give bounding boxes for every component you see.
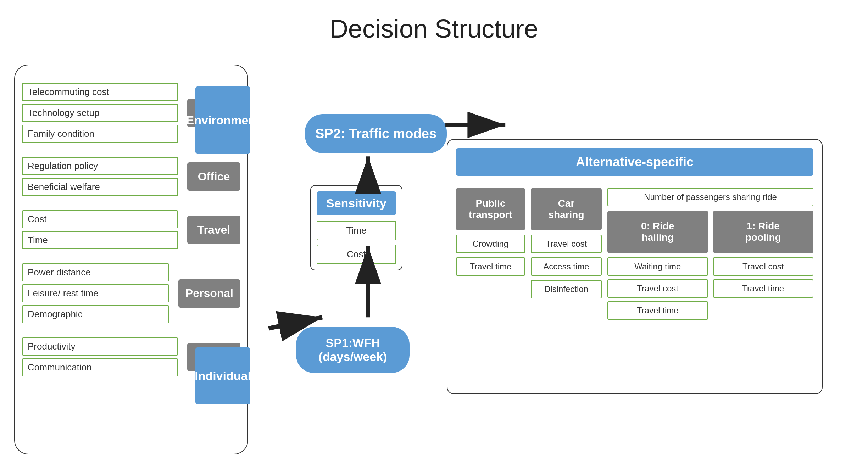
attr-crowding: Crowding [456, 235, 525, 253]
attr-power-distance: Power distance [22, 263, 169, 281]
attr-travel-cost-pool: Travel cost [713, 257, 814, 276]
car-sharing-label: Carsharing [531, 188, 602, 230]
attr-disinfection: Disinfection [531, 280, 602, 298]
attr-travel-cost-car: Travel cost [531, 235, 602, 253]
attr-travel-time-pub: Travel time [456, 257, 525, 276]
attr-time: Time [22, 231, 178, 249]
attr-beneficial-welfare: Beneficial welfare [22, 178, 178, 196]
personal-section: Power distance Leisure/ rest time Demogr… [22, 263, 240, 323]
attr-cost: Cost [22, 210, 178, 228]
attr-travel-time-pool: Travel time [713, 279, 814, 298]
category-personal: Personal [178, 279, 240, 308]
sp1-oval: SP1:WFH (days/week) [287, 327, 418, 373]
attr-regulation-policy: Regulation policy [22, 157, 178, 175]
attr-family-condition: Family condition [22, 125, 178, 143]
ride-hailing-label: 0: Ridehailing [607, 211, 708, 253]
attr-travel-time-ride: Travel time [607, 301, 708, 320]
sp2-oval: SP2: Traffic modes [305, 114, 447, 153]
attr-technology-setup: Technology setup [22, 104, 178, 122]
ride-pooling-label: 1: Ridepooling [713, 211, 814, 253]
category-office: Office [187, 162, 240, 191]
alt-specific-title: Alternative-specific [456, 148, 813, 176]
individual-label: Individual [195, 347, 250, 404]
ride-section: Number of passengers sharing ride 0: Rid… [607, 188, 813, 320]
attr-leisure-rest-time: Leisure/ rest time [22, 284, 169, 302]
car-sharing-col: Carsharing Travel cost Access time Disin… [531, 188, 602, 298]
environment-label: Environment [195, 86, 250, 154]
attr-access-time: Access time [531, 257, 602, 276]
attr-productivity: Productivity [22, 337, 178, 356]
attr-telecommuting-cost: Telecommuting cost [22, 83, 178, 101]
sensitivity-cost: Cost [317, 245, 396, 264]
attr-travel-cost-ride: Travel cost [607, 279, 708, 298]
public-transport-label: Publictransport [456, 188, 525, 230]
attr-demographic: Demographic [22, 305, 169, 323]
office-section: Regulation policy Beneficial welfare Off… [22, 157, 240, 196]
attr-communication: Communication [22, 358, 178, 376]
attr-num-passengers: Number of passengers sharing ride [607, 188, 813, 206]
category-travel: Travel [187, 216, 240, 244]
right-outer-box: Alternative-specific Publictransport Cro… [447, 139, 823, 394]
sensitivity-title: Sensitivity [317, 191, 396, 215]
sp1-label: SP1:WFH (days/week) [319, 336, 387, 364]
public-transport-col: Publictransport Crowding Travel time [456, 188, 525, 276]
sensitivity-box: Sensitivity Time Cost [310, 185, 410, 270]
attr-waiting-time: Waiting time [607, 257, 708, 276]
travel-section: Cost Time Travel [22, 210, 240, 249]
sensitivity-time: Time [317, 221, 396, 240]
page-title: Decision Structure [0, 0, 868, 54]
